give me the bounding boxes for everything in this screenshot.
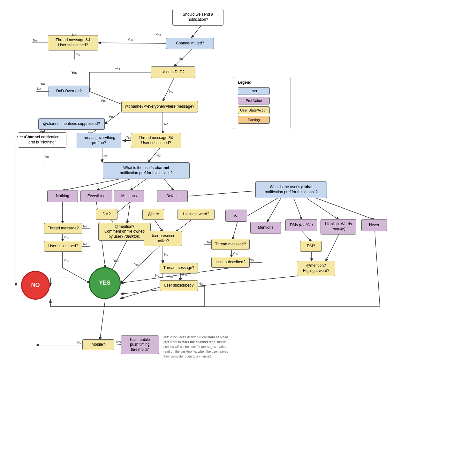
edge-label-yes-userdnd: Yes (72, 71, 77, 74)
at-mention-highlight-node: @mention?Highlight word? (297, 261, 335, 276)
svg-text:Yes: Yes (126, 136, 131, 139)
at-here-node: @here (142, 209, 164, 220)
nb-text: NB: if the user's desktop client Mark as… (163, 335, 230, 359)
past-mobile-push-node: Past mobilepush timingthreshold? (121, 335, 159, 354)
nothing-node: Nothing (47, 190, 78, 202)
highlight-words-mobile-node: Highlight Words(mobile) (321, 219, 356, 235)
svg-line-0 (192, 26, 201, 38)
thread-message-q2-node: Thread message? (211, 239, 250, 250)
svg-line-40 (130, 178, 148, 190)
channel-notif-pref-node: What is the user's channelnotification p… (103, 162, 190, 179)
dms-mobile-node: DMs (mobile) (285, 219, 317, 231)
svg-line-97 (326, 234, 339, 261)
thread-message-q3-node: Thread message? (160, 263, 198, 273)
svg-line-38 (63, 178, 126, 190)
dnd-override-node: DnD Override? (49, 86, 89, 97)
edge-label-no-thread: No (72, 33, 76, 37)
svg-line-39 (96, 178, 134, 190)
svg-text:No: No (33, 39, 37, 42)
never-node: Never (361, 219, 387, 231)
user-subscribed-q2-node: User subscribed? (211, 257, 250, 268)
svg-line-45 (294, 198, 302, 220)
svg-text:Yes: Yes (64, 259, 69, 263)
svg-text:No: No (250, 258, 254, 262)
svg-text:Yes: Yes (233, 252, 238, 256)
svg-text:No: No (83, 242, 87, 246)
everything-node: Everything (80, 190, 112, 202)
no-circle: NO (21, 271, 50, 300)
svg-text:Yes: Yes (76, 53, 81, 57)
svg-text:No: No (164, 122, 168, 126)
svg-text:No: No (164, 253, 168, 256)
svg-line-78 (121, 286, 163, 298)
svg-text:Yes: Yes (116, 340, 121, 344)
svg-text:No: No (155, 274, 159, 277)
legend-item-parsing: Parsing (238, 116, 286, 124)
dm-q2-node: DM? (300, 241, 322, 252)
svg-line-68 (121, 246, 160, 283)
svg-text:No: No (169, 90, 173, 93)
diagram-container: No Yes No Yes Yes No No Yes Yes No No (0, 0, 476, 454)
thread-message-q1-node: Thread message? (44, 223, 82, 234)
svg-text:No: No (199, 282, 203, 286)
edge-label-no-dnd-override: No (41, 82, 45, 86)
mobile-q-node: Mobile? (82, 339, 114, 350)
at-mention-desktop-node: @mention?Comment on file ownedby user? (… (98, 223, 151, 241)
svg-line-46 (306, 198, 339, 220)
svg-line-98 (375, 231, 380, 307)
svg-text:No: No (156, 154, 161, 157)
user-presence-node: User presenceactive? (144, 231, 182, 246)
channel-notif-nothing-node: Channel notificationpref is "Nothing" (18, 132, 66, 148)
svg-line-3 (98, 43, 169, 43)
legend-item-pref: Pref (238, 87, 286, 95)
user-subscribed-q3-node: User subscribed? (160, 280, 198, 291)
mentions-global-node: Mentions (250, 222, 281, 234)
svg-line-94 (302, 231, 312, 242)
svg-line-35 (148, 148, 160, 162)
svg-text:Yes: Yes (113, 259, 118, 263)
mentions-node: Mentions (114, 190, 144, 202)
global-notif-pref-node: What is the user's globalnotification pr… (255, 181, 327, 198)
svg-line-96 (121, 275, 303, 294)
svg-line-85 (232, 222, 238, 240)
all-node: All (225, 210, 247, 222)
svg-text:Yes: Yes (169, 275, 174, 279)
svg-text:No: No (103, 154, 108, 158)
user-subscribed-q1-node: User subscribed? (44, 241, 82, 252)
svg-line-100 (100, 298, 105, 340)
dm-q-node: DM? (96, 209, 117, 220)
svg-text:Yes: Yes (109, 115, 114, 118)
highlight-word-node: Highlight word? (178, 209, 215, 220)
edge-label-yes-channel-muted: Yes (156, 33, 161, 37)
svg-line-60 (127, 202, 130, 224)
svg-line-66 (155, 220, 163, 232)
svg-text:No: No (45, 155, 49, 159)
legend-item-user-state: User State/Action (238, 106, 286, 114)
threads-everything-node: threads_everythingpref on? (77, 133, 121, 148)
svg-line-67 (176, 220, 192, 232)
legend-title: Legend (238, 80, 286, 85)
svg-line-47 (316, 198, 375, 220)
legend-item-pref-value: Pref Value (238, 97, 286, 104)
svg-text:Yes: Yes (115, 67, 120, 71)
svg-text:No: No (83, 225, 87, 228)
svg-text:Yes: Yes (134, 263, 139, 266)
channel-everyone-node: @channel/@everyone/@here message? (121, 101, 198, 112)
legend-box: Legend Pref Pref Value User State/Action… (233, 77, 291, 129)
channel-muted-node: Channel muted? (166, 38, 214, 49)
svg-text:Yes: Yes (64, 236, 69, 240)
svg-line-57 (63, 268, 90, 283)
svg-text:No: No (77, 341, 81, 344)
svg-line-42 (188, 190, 262, 196)
edge-label-yes-notif-nothing: Yes (20, 135, 25, 139)
edge-label-yes-channel-suppressed: Yes (40, 130, 45, 133)
thread-user-subscribed-2-node: Thread message &&User subscribed? (131, 133, 181, 148)
user-dnd-node: User in DnD? (151, 66, 195, 78)
svg-text:Yes: Yes (182, 273, 187, 277)
svg-line-41 (163, 178, 174, 190)
yes-circle: YES (89, 267, 121, 299)
svg-text:No: No (179, 57, 183, 61)
default-node: Default (157, 190, 188, 202)
svg-line-44 (267, 198, 281, 222)
thread-user-subscribed-1-node: Thread message &&User subscribed? (48, 35, 98, 50)
